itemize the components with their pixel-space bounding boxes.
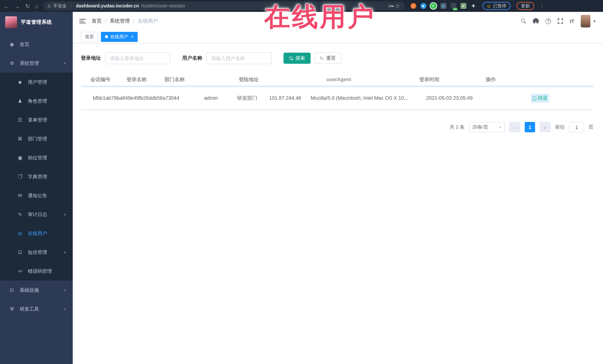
- sidebar-item-label: 字典管理: [28, 173, 47, 180]
- chevron-down-icon: ∨: [63, 251, 66, 254]
- main-panel: 首页/系统管理/在线用户 ▾ 首页: [73, 12, 603, 364]
- page-content: 登录地址 用户名称 搜索 ↻ 重置: [73, 43, 603, 364]
- search-icon[interactable]: [521, 19, 526, 24]
- url-host: dashboard.yudao.iocoder.cn: [76, 3, 139, 9]
- hamburger-icon[interactable]: [79, 19, 86, 23]
- sidebar-item[interactable]: ⌘ 部门管理: [0, 129, 73, 148]
- sidebar-item-label: 在线用户: [28, 230, 47, 237]
- search-button[interactable]: 搜索: [283, 53, 311, 64]
- help-icon[interactable]: [545, 18, 551, 24]
- chevron-up-icon: ∧: [63, 62, 66, 65]
- dashboard-icon: ◉: [9, 42, 15, 47]
- fullscreen-icon[interactable]: [558, 19, 563, 24]
- force-logout-label: 强退: [537, 95, 547, 102]
- table-row: bfbb1ab79ba849e49fb26ddb56a73044 admin 研…: [81, 87, 593, 110]
- tools-icon: ⚒: [9, 306, 15, 312]
- filter-form: 登录地址 用户名称 搜索 ↻ 重置: [81, 52, 593, 64]
- login-address-label: 登录地址: [81, 55, 101, 62]
- divider: [71, 3, 71, 9]
- update-button[interactable]: 更新: [517, 2, 534, 10]
- reload-icon[interactable]: ↻: [25, 3, 30, 9]
- sidebar-item[interactable]: ✎ 审计日志 ∨: [0, 205, 73, 224]
- sidebar-item[interactable]: ☻ 用户管理: [0, 73, 73, 92]
- cell-dept-name: 研发部门: [231, 93, 264, 104]
- smiley-icon: ☺: [486, 3, 491, 8]
- sms-icon: ☑: [17, 249, 23, 255]
- sidebar-item[interactable]: ❐ 字典管理: [0, 167, 73, 186]
- force-logout-button[interactable]: 强退: [531, 94, 549, 103]
- close-icon[interactable]: ×: [130, 34, 134, 39]
- search-icon: [289, 56, 293, 60]
- tab-label: 首页: [85, 33, 94, 40]
- chevron-down-icon: ∨: [63, 213, 66, 216]
- chevron-down-icon: ∨: [63, 307, 66, 311]
- address-bar[interactable]: ⚠ 不安全 dashboard.yudao.iocoder.cn /system…: [43, 1, 404, 10]
- sidebar-item[interactable]: ◎ 在线用户: [0, 224, 73, 243]
- gem-ext-icon[interactable]: [440, 3, 446, 9]
- warning-icon: ⚠: [47, 3, 51, 8]
- tags-view-bar: 首页 在线用户 ×: [73, 30, 603, 43]
- back-icon[interactable]: ←: [4, 3, 9, 9]
- github-icon[interactable]: [533, 18, 539, 24]
- user-icon: ☻: [17, 79, 23, 85]
- vpn-ext-icon[interactable]: [430, 3, 436, 9]
- cell-user-agent: Mozilla/5.0 (Macintosh; Intel Mac OS X 1…: [306, 93, 412, 104]
- extensions-puzzle-icon[interactable]: [470, 3, 476, 9]
- active-dot: [105, 35, 108, 38]
- column-header: 登录名称: [120, 75, 153, 85]
- breadcrumb: 首页/系统管理/在线用户: [92, 18, 158, 24]
- column-header: 操作: [483, 75, 499, 85]
- sidebar-item[interactable]: ✉ 通知公告: [0, 186, 73, 205]
- view-tab[interactable]: 首页: [81, 32, 98, 42]
- app-logo-avatar: [5, 16, 17, 28]
- sidebar-logo-row: 芋道管理系统: [0, 12, 73, 33]
- breadcrumb-separator: /: [133, 18, 135, 24]
- sidebar-item[interactable]: ⚙ 系统管理 ∧: [0, 54, 73, 73]
- sidebar-item[interactable]: ☑ 短信管理 ∨: [0, 243, 73, 262]
- sidebar-item[interactable]: ☰ 菜单管理: [0, 110, 73, 129]
- breadcrumb-item[interactable]: 系统管理: [110, 18, 130, 24]
- view-tab[interactable]: 在线用户 ×: [101, 32, 138, 42]
- username-input[interactable]: [206, 52, 272, 64]
- wallet-ext-icon[interactable]: [460, 3, 466, 9]
- sidebar-item[interactable]: ▣ 岗位管理: [0, 148, 73, 167]
- user-menu[interactable]: ▾: [581, 15, 596, 27]
- page-number-button[interactable]: 1: [525, 122, 535, 132]
- ubuntu-ext-icon[interactable]: [410, 3, 416, 9]
- forward-icon[interactable]: →: [14, 3, 20, 9]
- reset-button[interactable]: ↻ 重置: [314, 53, 341, 64]
- column-header: 登录时间: [376, 75, 483, 85]
- trash-icon: [532, 96, 536, 100]
- next-page-button[interactable]: ›: [540, 122, 551, 132]
- browser-menu-icon[interactable]: ⋮: [540, 3, 545, 9]
- extensions-row: [410, 3, 476, 9]
- sidebar-item-label: 角色管理: [28, 98, 47, 104]
- sidebar-item[interactable]: ♟ 角色管理: [0, 92, 73, 110]
- page-size-select[interactable]: 20条/页 ▾: [469, 122, 505, 132]
- sidebar: 芋道管理系统 ◉ 首页 ⚙ 系统管理 ∧: [0, 12, 73, 364]
- code-icon: </>: [17, 269, 23, 273]
- translate-ext-icon[interactable]: [450, 3, 456, 9]
- roles-icon: ♟: [17, 98, 23, 104]
- login-address-input[interactable]: [105, 52, 170, 64]
- prev-page-button[interactable]: ‹: [509, 122, 520, 132]
- sidebar-item-label: 岗位管理: [28, 154, 47, 161]
- paused-badge[interactable]: ☺ 已暂停: [482, 2, 510, 10]
- sidebar-item[interactable]: ⚒ 研发工具 ∨: [0, 299, 73, 318]
- screen: ←→↻⌂ ⚠ 不安全 dashboard.yudao.iocoder.cn /s…: [0, 0, 603, 364]
- online-icon: ◎: [17, 231, 23, 236]
- goto-page-input[interactable]: [569, 122, 584, 132]
- page-size-value: 20条/页: [472, 124, 488, 130]
- home-icon[interactable]: ⌂: [35, 3, 38, 9]
- sidebar-item[interactable]: ◉ 首页: [0, 35, 73, 54]
- sidebar-item-label: 基础设施: [20, 287, 39, 293]
- sidebar-item[interactable]: </> 错误码管理: [0, 262, 73, 281]
- textsize-icon[interactable]: [570, 18, 574, 24]
- breadcrumb-item[interactable]: 首页: [92, 18, 102, 24]
- navbar-actions: ▾: [521, 15, 596, 27]
- star-icon[interactable]: ☆: [395, 3, 400, 9]
- tab-label: 在线用户: [110, 33, 128, 40]
- pin-ext-icon[interactable]: [420, 3, 426, 9]
- sidebar-item[interactable]: ⊡ 基础设施 ∨: [0, 281, 73, 299]
- key-icon[interactable]: [389, 4, 393, 8]
